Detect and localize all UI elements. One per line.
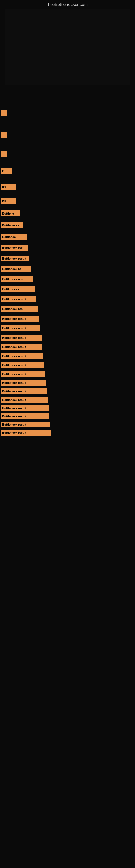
- list-item: Bottleneck res: [0, 306, 135, 312]
- list-item: Bo: [0, 198, 135, 204]
- bottleneck-result-bar: Bo: [1, 198, 16, 204]
- bottleneck-result-bar: Bottleneck result: [1, 335, 42, 341]
- bottleneck-result-bar: Bottleneck result: [1, 422, 50, 428]
- bottleneck-result-bar: Bottleneck result: [1, 325, 40, 331]
- list-item: [0, 151, 135, 157]
- bottleneck-result-bar: Bottleneck result: [1, 296, 36, 302]
- bottleneck-result-bar: Bottleneck r: [1, 286, 35, 292]
- list-item: Bottleneck resu: [0, 276, 135, 282]
- bottleneck-result-bar: Bottleneck result: [1, 353, 43, 359]
- bottleneck-result-bar: Bottleneck result: [1, 380, 46, 386]
- bottleneck-result-bar: Bottleneck result: [1, 405, 49, 411]
- bars-section: BBoBoBottleneBottleneck rBottlenecBottle…: [0, 85, 135, 436]
- site-title: TheBottlenecker.com: [0, 0, 135, 8]
- list-item: [0, 110, 135, 116]
- list-item: B: [0, 168, 135, 174]
- list-item: Bottleneck result: [0, 380, 135, 386]
- list-item: Bottleneck result: [0, 430, 135, 436]
- list-item: Bottlenec: [0, 234, 135, 240]
- bottleneck-result-bar: Bottleneck result: [1, 362, 44, 368]
- list-item: [0, 132, 135, 138]
- bottleneck-result-bar: B: [1, 168, 12, 174]
- bottleneck-result-bar: Bottleneck res: [1, 245, 28, 251]
- list-item: Bottleneck r: [0, 222, 135, 228]
- list-item: Bottleneck result: [0, 422, 135, 428]
- bottleneck-result-bar: [1, 132, 7, 138]
- list-item: Bottleneck result: [0, 325, 135, 331]
- bottleneck-result-bar: Bottleneck result: [1, 430, 51, 436]
- bottleneck-result-bar: Bottleneck result: [1, 316, 39, 322]
- list-item: Bottleneck result: [0, 296, 135, 302]
- bottleneck-result-bar: Bottleneck result: [1, 371, 45, 377]
- list-item: Bottleneck result: [0, 389, 135, 394]
- list-item: Bottlene: [0, 211, 135, 216]
- bottleneck-result-bar: Bottleneck re: [1, 266, 31, 272]
- list-item: Bottleneck result: [0, 335, 135, 341]
- bottleneck-result-bar: Bottlenec: [1, 234, 27, 240]
- bottleneck-result-bar: Bottleneck r: [1, 222, 23, 228]
- list-item: Bottleneck result: [0, 405, 135, 411]
- chart-area: [5, 9, 130, 85]
- list-item: Bottleneck result: [0, 353, 135, 359]
- bottleneck-result-bar: Bottleneck result: [1, 413, 49, 420]
- list-item: Bottleneck r: [0, 286, 135, 292]
- list-item: Bottleneck result: [0, 255, 135, 261]
- bottleneck-result-bar: Bo: [1, 184, 16, 190]
- list-item: Bottleneck res: [0, 245, 135, 251]
- bottleneck-result-bar: Bottleneck result: [1, 255, 30, 261]
- list-item: Bottleneck result: [0, 371, 135, 377]
- bottleneck-result-bar: Bottleneck res: [1, 306, 38, 312]
- bottleneck-result-bar: Bottleneck result: [1, 397, 48, 403]
- list-item: Bottleneck result: [0, 362, 135, 368]
- list-item: Bottleneck result: [0, 316, 135, 322]
- list-item: Bo: [0, 184, 135, 190]
- bottleneck-result-bar: Bottlene: [1, 211, 20, 216]
- list-item: Bottleneck result: [0, 344, 135, 350]
- bottleneck-result-bar: [1, 110, 7, 116]
- bottleneck-result-bar: [1, 151, 7, 157]
- bottleneck-result-bar: Bottleneck resu: [1, 276, 34, 282]
- bottleneck-result-bar: Bottleneck result: [1, 344, 42, 350]
- list-item: Bottleneck result: [0, 397, 135, 403]
- list-item: Bottleneck result: [0, 413, 135, 420]
- list-item: Bottleneck re: [0, 266, 135, 272]
- bottleneck-result-bar: Bottleneck result: [1, 389, 47, 394]
